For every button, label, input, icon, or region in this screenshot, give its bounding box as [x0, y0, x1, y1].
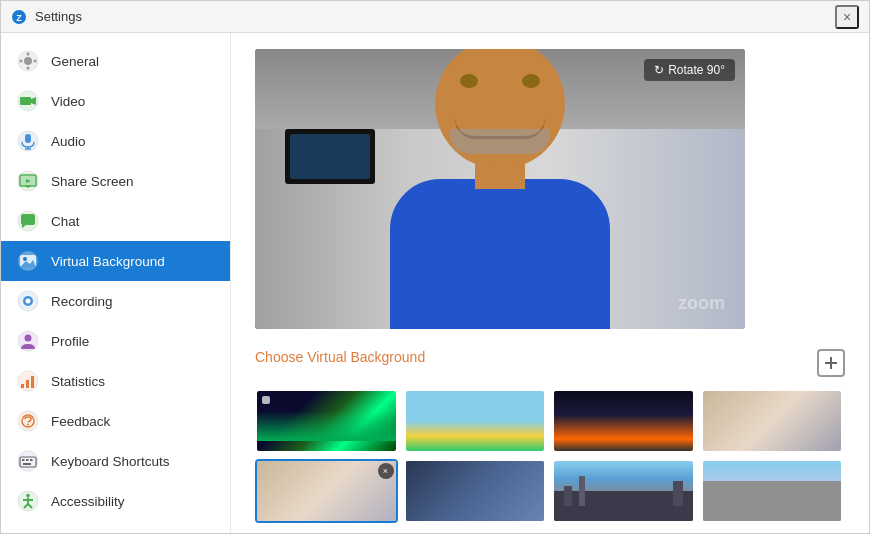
svg-rect-34: [31, 376, 34, 388]
svg-point-6: [20, 60, 23, 63]
bg-thumb-wrapper-aurora: [255, 389, 398, 453]
profile-icon: [17, 330, 39, 352]
svg-rect-9: [20, 97, 31, 105]
bg-thumb-office3[interactable]: [404, 459, 547, 523]
rotate-button[interactable]: ↻ Rotate 90°: [644, 59, 735, 81]
city-night-preview: [554, 391, 693, 451]
recording-icon: [17, 290, 39, 312]
close-button[interactable]: ×: [835, 5, 859, 29]
window-title: Settings: [35, 9, 82, 24]
building-preview: [703, 461, 842, 521]
bg-thumb-wrapper-building: [701, 459, 844, 523]
city-day-preview: [554, 461, 693, 521]
section-title: Choose Virtual Background: [255, 349, 425, 365]
chat-icon: [17, 210, 39, 232]
svg-rect-33: [26, 380, 29, 388]
svg-text:Z: Z: [16, 13, 22, 23]
svg-rect-41: [26, 459, 29, 461]
bg-thumb-wrapper-city-day: [552, 459, 695, 523]
svg-point-45: [26, 494, 30, 498]
svg-rect-40: [22, 459, 25, 461]
rotate-label: Rotate 90°: [668, 63, 725, 77]
sidebar-item-general[interactable]: General: [1, 41, 230, 81]
sidebar-label-virtual-background: Virtual Background: [51, 254, 165, 269]
feedback-icon: [17, 410, 39, 432]
sidebar-label-audio: Audio: [51, 134, 86, 149]
sidebar-label-video: Video: [51, 94, 85, 109]
bg-thumb-wrapper-office2: × nastuh-abootalebi-284879-unsplash: [255, 459, 398, 523]
sidebar-label-chat: Chat: [51, 214, 80, 229]
svg-rect-43: [23, 463, 31, 465]
sidebar-label-statistics: Statistics: [51, 374, 105, 389]
sidebar-label-recording: Recording: [51, 294, 113, 309]
keyboard-icon: [17, 450, 39, 472]
sidebar-item-feedback[interactable]: Feedback: [1, 401, 230, 441]
office1-preview: [703, 391, 842, 451]
bg-thumb-beach[interactable]: [404, 389, 547, 453]
main-layout: General Video: [1, 33, 869, 533]
bg-thumb-office2[interactable]: ×: [255, 459, 398, 523]
svg-rect-32: [21, 384, 24, 388]
statistics-icon: [17, 370, 39, 392]
app-icon: Z: [11, 9, 27, 25]
sidebar-item-accessibility[interactable]: Accessibility: [1, 481, 230, 521]
sidebar-item-statistics[interactable]: Statistics: [1, 361, 230, 401]
bg-thumb-building[interactable]: [701, 459, 844, 523]
background-grid-inner: × nastuh-abootalebi-284879-unsplash: [255, 389, 845, 523]
sidebar-label-profile: Profile: [51, 334, 89, 349]
sidebar-label-keyboard-shortcuts: Keyboard Shortcuts: [51, 454, 170, 469]
section-header: Choose Virtual Background: [255, 349, 845, 377]
video-preview-inner: zoom: [255, 49, 745, 329]
sidebar-item-chat[interactable]: Chat: [1, 201, 230, 241]
sidebar-label-share-screen: Share Screen: [51, 174, 134, 189]
svg-point-5: [27, 67, 30, 70]
sidebar: General Video: [1, 33, 231, 533]
video-icon: [17, 90, 39, 112]
bg-thumb-aurora[interactable]: [255, 389, 398, 453]
share-screen-icon: [17, 170, 39, 192]
svg-point-28: [26, 299, 31, 304]
svg-point-30: [25, 335, 32, 342]
bg-thumb-wrapper-office1: [701, 389, 844, 453]
titlebar: Z Settings ×: [1, 1, 869, 33]
rotate-icon: ↻: [654, 63, 664, 77]
sidebar-label-feedback: Feedback: [51, 414, 110, 429]
content-area: zoom ↻ Rotate 90° Choose Virtual Backgro…: [231, 33, 869, 533]
sidebar-item-profile[interactable]: Profile: [1, 321, 230, 361]
svg-rect-42: [30, 459, 33, 461]
aurora-preview: [257, 391, 396, 451]
sidebar-item-virtual-background[interactable]: Virtual Background: [1, 241, 230, 281]
office2-preview: [257, 461, 396, 521]
svg-point-37: [27, 424, 29, 426]
svg-rect-12: [25, 134, 31, 143]
add-background-button[interactable]: [817, 349, 845, 377]
accessibility-icon: [17, 490, 39, 512]
remove-bg-button[interactable]: ×: [378, 463, 394, 479]
beach-preview: [406, 391, 545, 451]
sidebar-item-video[interactable]: Video: [1, 81, 230, 121]
svg-point-3: [24, 57, 32, 65]
office3-preview: [406, 461, 545, 521]
bg-thumb-city-day[interactable]: [552, 459, 695, 523]
bg-thumb-office1[interactable]: [701, 389, 844, 453]
svg-point-4: [27, 53, 30, 56]
background-grid: × nastuh-abootalebi-284879-unsplash: [255, 389, 845, 523]
sidebar-item-audio[interactable]: Audio: [1, 121, 230, 161]
sidebar-label-general: General: [51, 54, 99, 69]
sidebar-item-share-screen[interactable]: Share Screen: [1, 161, 230, 201]
watermark: zoom: [678, 293, 725, 314]
sidebar-item-recording[interactable]: Recording: [1, 281, 230, 321]
svg-point-7: [34, 60, 37, 63]
sidebar-item-keyboard-shortcuts[interactable]: Keyboard Shortcuts: [1, 441, 230, 481]
bg-thumb-wrapper-office3: [404, 459, 547, 523]
general-icon: [17, 50, 39, 72]
bg-thumb-wrapper-city-night: [552, 389, 695, 453]
svg-point-35: [18, 411, 38, 431]
bg-thumb-city-night[interactable]: [552, 389, 695, 453]
plus-icon: [823, 355, 839, 371]
sidebar-label-accessibility: Accessibility: [51, 494, 125, 509]
virtual-bg-icon: [17, 250, 39, 272]
video-preview: zoom ↻ Rotate 90°: [255, 49, 745, 329]
svg-point-24: [23, 257, 27, 261]
audio-icon: [17, 130, 39, 152]
